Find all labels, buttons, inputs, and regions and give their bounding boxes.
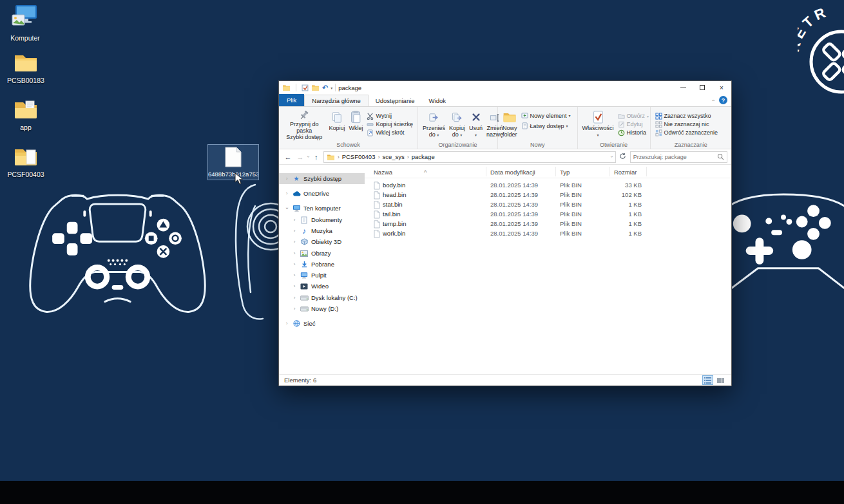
expander-icon[interactable]: › xyxy=(292,217,297,223)
desktop-icon-label: PCSF00403 xyxy=(1,171,51,178)
cut-button[interactable]: Wytnij xyxy=(367,113,413,120)
desktop-icon-komputer[interactable]: Komputer xyxy=(0,4,50,42)
help-button[interactable]: ? xyxy=(719,96,727,104)
copy-to-button[interactable]: Kopiujdo ▾ xyxy=(447,108,467,140)
new-folder-icon xyxy=(503,109,517,125)
sidebar-item-network[interactable]: › Sieć xyxy=(279,318,365,329)
back-button[interactable]: ← xyxy=(283,153,293,161)
sidebar-item-documents[interactable]: › Dokumenty xyxy=(279,214,365,225)
tab-file[interactable]: Plik xyxy=(279,94,304,106)
address-dropdown-caret-icon[interactable]: › xyxy=(609,156,615,158)
forward-button[interactable]: → xyxy=(295,153,305,161)
collapse-ribbon-icon[interactable]: › xyxy=(710,99,716,101)
desktop-icon-selected-file[interactable]: 6488b73b912a753... xyxy=(207,144,259,180)
select-all-icon xyxy=(655,113,662,120)
recent-locations-caret-icon[interactable]: › xyxy=(305,156,311,158)
window-folder-icon xyxy=(282,84,291,91)
expander-icon[interactable]: › xyxy=(292,250,297,256)
status-bar: Elementy: 6 xyxy=(279,374,731,386)
thumbnails-view-button[interactable] xyxy=(715,375,726,385)
new-folder-qat-icon[interactable] xyxy=(311,84,320,91)
sidebar-item-downloads[interactable]: › Pobrane xyxy=(279,259,365,270)
sidebar-item-music[interactable]: › ♪ Muzyka xyxy=(279,225,365,236)
copy-button[interactable]: Kopiuj xyxy=(327,108,347,140)
file-row-body-bin[interactable]: body.bin 28.01.2025 14:39 Plik BIN 33 KB xyxy=(365,181,731,191)
select-none-button[interactable]: Nie zaznaczaj nic xyxy=(655,121,718,128)
history-button[interactable]: Historia xyxy=(618,129,649,136)
sidebar-item-local-disk-c[interactable]: › Dysk lokalny (C:) xyxy=(279,292,365,303)
sidebar-item-disk-d[interactable]: › Nowy (D:) xyxy=(279,303,365,314)
column-header-type[interactable]: Typ xyxy=(560,169,570,176)
column-header-name[interactable]: Nazwa xyxy=(374,169,392,176)
sidebar-item-pictures[interactable]: › Obrazy xyxy=(279,248,365,259)
open-button[interactable]: Otwórz ▾ xyxy=(618,113,649,120)
properties-qat-icon[interactable] xyxy=(302,84,309,91)
desktop-icon-pcsf00403[interactable]: PCSF00403 xyxy=(1,147,51,178)
search-input[interactable] xyxy=(633,154,717,160)
new-folder-button[interactable]: Nowyfolder xyxy=(501,108,519,140)
tab-share[interactable]: Udostępnianie xyxy=(369,95,422,106)
minimize-button[interactable] xyxy=(673,81,693,94)
file-row-head-bin[interactable]: head.bin 28.01.2025 14:39 Plik BIN 102 K… xyxy=(365,191,731,200)
details-view-button[interactable] xyxy=(702,375,713,385)
paste-button[interactable]: Wklej xyxy=(347,108,365,140)
expander-icon[interactable]: › xyxy=(292,295,297,301)
qat-customize-caret-icon[interactable]: ▾ xyxy=(331,86,332,90)
expander-icon[interactable]: › xyxy=(292,306,297,312)
close-button[interactable]: × xyxy=(712,81,731,94)
pin-quick-access-button[interactable]: Przypnij do paskaSzybki dostęp xyxy=(282,108,327,140)
expander-icon[interactable]: › xyxy=(284,191,289,196)
file-row-stat-bin[interactable]: stat.bin 28.01.2025 14:39 Plik BIN 1 KB xyxy=(365,200,731,210)
bin-file-icon xyxy=(374,201,380,209)
copy-path-button[interactable]: Kopiuj ścieżkę xyxy=(367,121,413,128)
tab-view[interactable]: Widok xyxy=(422,95,453,106)
tab-home[interactable]: Narzędzia główne xyxy=(304,95,369,106)
search-box[interactable] xyxy=(630,151,727,163)
move-to-button[interactable]: Przenieśdo ▾ xyxy=(421,108,447,140)
desktop-icon-label: app xyxy=(1,124,51,131)
column-header-size[interactable]: Rozmiar xyxy=(614,169,637,176)
documents-icon xyxy=(300,216,309,224)
properties-button[interactable]: Właściwości▾ xyxy=(580,108,616,140)
bin-file-icon xyxy=(374,230,380,238)
file-row-temp-bin[interactable]: temp.bin 28.01.2025 14:39 Plik BIN 1 KB xyxy=(365,219,731,229)
sidebar-item-onedrive[interactable]: › OneDrive xyxy=(279,188,365,199)
select-all-button[interactable]: Zaznacz wszystko xyxy=(655,113,718,120)
file-row-tail-bin[interactable]: tail.bin 28.01.2025 14:39 Plik BIN 1 KB xyxy=(365,210,731,219)
column-header-date[interactable]: Data modyfikacji xyxy=(490,169,535,176)
folder-icon xyxy=(13,53,39,72)
delete-button[interactable]: Usuń▾ xyxy=(467,108,484,140)
breadcrumb-sce-sys[interactable]: sce_sys xyxy=(382,153,404,160)
file-row-work-bin[interactable]: work.bin 28.01.2025 14:39 Plik BIN 1 KB xyxy=(365,229,731,239)
expander-icon[interactable]: › xyxy=(292,239,297,245)
easy-access-button[interactable]: Łatwy dostęp ▾ xyxy=(521,122,571,129)
this-pc-icon xyxy=(11,4,39,30)
maximize-button[interactable] xyxy=(693,81,712,94)
invert-selection-button[interactable]: Odwróć zaznaczenie xyxy=(655,129,718,136)
up-button[interactable]: ↑ xyxy=(311,153,321,161)
breadcrumb-package[interactable]: package xyxy=(412,153,435,160)
refresh-button[interactable] xyxy=(618,153,628,161)
expander-icon[interactable]: › xyxy=(284,321,289,326)
expander-icon[interactable]: › xyxy=(292,272,297,278)
expander-icon[interactable]: › xyxy=(292,261,297,267)
sidebar-item-this-pc[interactable]: › Ten komputer xyxy=(279,203,365,214)
expander-icon[interactable]: › xyxy=(292,283,297,289)
sidebar-item-quick-access[interactable]: › ★ Szybki dostęp xyxy=(279,173,365,184)
breadcrumb-pcsf00403[interactable]: PCSF00403 xyxy=(342,153,376,160)
desktop-icon-pcsb00183[interactable]: PCSB00183 xyxy=(1,53,51,84)
undo-icon[interactable]: ↶ xyxy=(322,84,328,91)
sidebar-item-videos[interactable]: › Wideo xyxy=(279,281,365,292)
address-box[interactable]: › PCSF00403 › sce_sys › package › xyxy=(323,151,616,163)
bin-file-icon xyxy=(374,182,380,190)
expander-icon[interactable]: › xyxy=(292,228,297,234)
sidebar-item-desktop[interactable]: › Pulpit xyxy=(279,270,365,281)
new-item-button[interactable]: Nowy element ▾ xyxy=(521,112,571,119)
expander-icon[interactable]: › xyxy=(284,176,289,182)
paste-shortcut-button[interactable]: Wklej skrót xyxy=(367,129,413,136)
window-content: › ★ Szybki dostęp › OneDrive › Ten kompu… xyxy=(279,165,731,374)
sidebar-item-3d-objects[interactable]: › Obiekty 3D xyxy=(279,236,365,247)
edit-button[interactable]: Edytuj xyxy=(618,121,649,128)
expander-icon[interactable]: › xyxy=(284,206,290,211)
desktop-icon-app[interactable]: app xyxy=(1,100,51,131)
